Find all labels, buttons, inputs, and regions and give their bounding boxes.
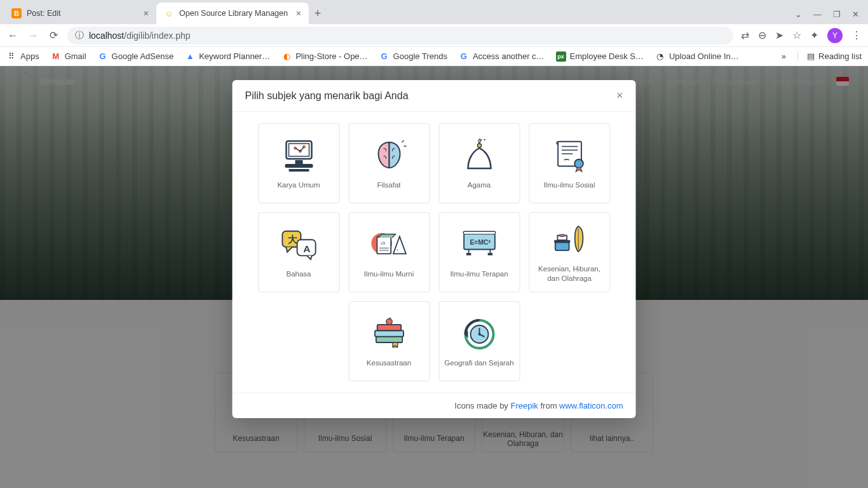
url-input[interactable]: ⓘ localhost/digilib/index.php: [67, 27, 733, 44]
pling-icon: ◐: [281, 51, 292, 62]
subject-karya-umum[interactable]: Karya Umum: [258, 123, 339, 203]
subject-kesenian[interactable]: Kesenian, Hiburan, dan Olahraga: [529, 212, 610, 292]
link-freepik[interactable]: Freepik: [510, 401, 538, 410]
mosque-icon: ✦: [460, 136, 498, 174]
subject-label: Bahasa: [286, 269, 311, 279]
svg-text:√x: √x: [380, 240, 385, 245]
close-window-button[interactable]: ✕: [852, 10, 859, 19]
google-icon: G: [98, 51, 108, 62]
subject-label: Ilmu-ilmu Terapan: [450, 269, 508, 279]
subject-geografi[interactable]: Geografi dan Sejarah: [438, 301, 520, 381]
new-tab-button[interactable]: +: [309, 7, 327, 24]
subject-ilmu-sosial[interactable]: Ilmu-ilmu Sosial: [529, 123, 610, 203]
bookmark-apps[interactable]: ⠿Apps: [6, 51, 39, 62]
px-icon: px: [556, 51, 566, 62]
reading-list-button[interactable]: ▤Reading list: [797, 51, 862, 61]
svg-rect-28: [487, 253, 492, 255]
bookmark-trends[interactable]: GGoogle Trends: [379, 51, 447, 62]
site-info-icon[interactable]: ⓘ: [75, 30, 84, 41]
subject-label: Ilmu-ilmu Murni: [364, 269, 414, 279]
svg-rect-37: [375, 330, 403, 336]
list-icon: ▤: [807, 51, 815, 61]
back-button[interactable]: ←: [6, 30, 19, 41]
svg-rect-5: [295, 160, 302, 164]
subject-ilmu-terapan[interactable]: E=MC² Ilmu-ilmu Terapan: [438, 212, 520, 292]
apps-icon: ⠿: [6, 51, 17, 62]
address-bar: ← → ⟳ ⓘ localhost/digilib/index.php ⇄ ⊖ …: [0, 24, 868, 47]
subject-label: Ilmu-ilmu Sosial: [543, 180, 595, 190]
google-icon: G: [379, 51, 390, 62]
globe-icon: ◔: [655, 51, 665, 62]
ads-icon: ▲: [185, 51, 195, 62]
modal-body: Karya Umum Filsafat ✦ Agama Ilmu-ilmu So…: [233, 112, 636, 393]
tab-strip: B Post: Edit × ☺ Open Source Library Man…: [0, 0, 868, 24]
svg-rect-27: [466, 253, 471, 255]
bookmark-pling[interactable]: ◐Pling-Store - Ope…: [281, 51, 367, 62]
reload-button[interactable]: ⟳: [47, 29, 60, 41]
forward-button[interactable]: →: [27, 30, 39, 41]
extensions-icon[interactable]: ✦: [810, 29, 818, 41]
svg-text:✦: ✦: [482, 138, 485, 142]
link-flaticon[interactable]: www.flaticon.com: [559, 401, 623, 410]
svg-point-10: [477, 144, 481, 147]
subject-agama[interactable]: ✦ Agama: [438, 123, 520, 203]
svg-point-46: [478, 333, 480, 336]
subject-kesusastraan[interactable]: Kesusastraan: [348, 301, 430, 381]
svg-rect-7: [288, 169, 309, 172]
math-icon: √x: [370, 225, 408, 263]
svg-rect-32: [555, 243, 569, 251]
tab-close-icon[interactable]: ×: [144, 8, 149, 18]
bookmark-access[interactable]: GAccess another c…: [459, 51, 545, 62]
tab-slims[interactable]: ☺ Open Source Library Managen ×: [156, 3, 309, 24]
svg-line-8: [402, 140, 403, 142]
zoom-icon[interactable]: ⊖: [758, 29, 766, 41]
url-text: localhost/digilib/index.php: [89, 30, 191, 41]
close-icon[interactable]: ×: [616, 89, 623, 102]
bookmark-gmail[interactable]: MGmail: [51, 51, 86, 62]
subject-ilmu-murni[interactable]: √x Ilmu-ilmu Murni: [348, 212, 430, 292]
tab-close-icon[interactable]: ×: [296, 8, 301, 18]
profile-avatar[interactable]: Y: [827, 28, 843, 43]
send-icon[interactable]: ➤: [775, 29, 783, 41]
blogger-icon: B: [11, 8, 22, 18]
favicon-icon: ☺: [164, 8, 174, 18]
subject-bahasa[interactable]: 大A Bahasa: [258, 212, 339, 292]
subject-filsafat[interactable]: Filsafat: [348, 123, 430, 203]
history-icon: [460, 314, 498, 352]
language-icon: 大A: [280, 225, 318, 263]
maximize-button[interactable]: ❐: [833, 10, 841, 19]
svg-text:E=MC²: E=MC²: [470, 238, 491, 245]
window-controls: ⌄ — ❐ ✕: [795, 10, 868, 24]
brain-icon: [370, 136, 408, 174]
tab-title: Open Source Library Managen: [179, 9, 291, 18]
tab-post-edit[interactable]: B Post: Edit ×: [4, 3, 156, 24]
svg-point-35: [559, 234, 565, 237]
bookmark-keyword[interactable]: ▲Keyword Planner…: [185, 51, 270, 62]
chevron-down-icon[interactable]: ⌄: [795, 10, 802, 19]
bookmark-upload[interactable]: ◔Upload Online In…: [655, 51, 739, 62]
menu-icon[interactable]: ⋮: [851, 29, 862, 41]
computer-icon: [280, 136, 318, 174]
minimize-button[interactable]: —: [813, 10, 822, 19]
bookmark-desk[interactable]: pxEmployee Desk S…: [556, 51, 644, 62]
tab-title: Post: Edit: [27, 9, 139, 18]
svg-point-40: [386, 318, 391, 324]
subject-label: Karya Umum: [277, 180, 320, 190]
modal-footer: Icons made by Freepik from www.flaticon.…: [233, 393, 636, 418]
subject-label: Geografi dan Sejarah: [444, 358, 513, 368]
subject-label: Agama: [468, 180, 491, 190]
translate-icon[interactable]: ⇄: [741, 29, 749, 41]
subject-label: Filsafat: [377, 180, 400, 190]
svg-text:A: A: [303, 243, 310, 254]
bookmarks-bar: ⠿Apps MGmail GGoogle AdSense ▲Keyword Pl…: [0, 47, 868, 66]
svg-rect-36: [376, 336, 402, 342]
star-icon[interactable]: ☆: [792, 29, 801, 41]
bookmarks-overflow[interactable]: »: [782, 51, 786, 61]
bookmark-adsense[interactable]: GGoogle AdSense: [98, 51, 174, 62]
physics-icon: E=MC²: [460, 225, 498, 263]
google-icon: G: [459, 51, 469, 62]
books-icon: [370, 314, 408, 352]
footer-text: Icons made by: [454, 401, 510, 410]
svg-rect-38: [377, 324, 401, 330]
gmail-icon: M: [51, 51, 61, 62]
